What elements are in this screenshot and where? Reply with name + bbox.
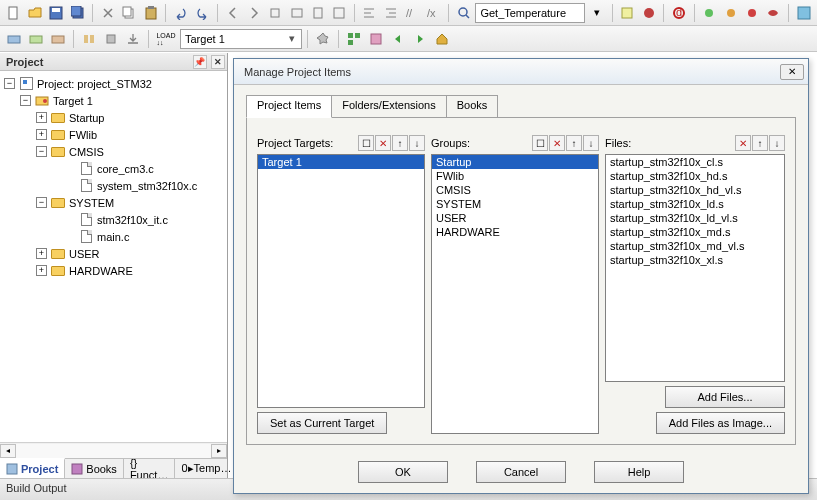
groups-listbox[interactable]: StartupFWlibCMSISSYSTEMUSERHARDWARE <box>431 154 599 434</box>
list-item[interactable]: USER <box>432 211 598 225</box>
tree-target[interactable]: − Target 1 <box>2 92 225 109</box>
tab-folders-extensions[interactable]: Folders/Extensions <box>331 95 447 117</box>
list-item[interactable]: startup_stm32f10x_hd_vl.s <box>606 183 784 197</box>
goto-next-button[interactable] <box>244 3 263 23</box>
scroll-left-button[interactable]: ◂ <box>0 444 16 458</box>
redo-button[interactable] <box>193 3 212 23</box>
panel-close-button[interactable]: ✕ <box>211 55 225 69</box>
indent-left-button[interactable] <box>360 3 379 23</box>
expander-icon[interactable]: + <box>36 248 47 259</box>
delete-target-button[interactable]: ✕ <box>375 135 391 151</box>
tree-group[interactable]: +HARDWARE <box>2 262 225 279</box>
config2-button[interactable] <box>721 3 740 23</box>
expander-icon[interactable]: + <box>36 265 47 276</box>
set-current-target-button[interactable]: Set as Current Target <box>257 412 387 434</box>
copy-button[interactable] <box>120 3 139 23</box>
find-button[interactable] <box>454 3 473 23</box>
tree-group[interactable]: −CMSIS <box>2 143 225 160</box>
move-target-up-button[interactable]: ↑ <box>392 135 408 151</box>
list-item[interactable]: Target 1 <box>258 155 424 169</box>
nav-home-button[interactable] <box>432 29 452 49</box>
list-item[interactable]: startup_stm32f10x_md_vl.s <box>606 239 784 253</box>
list-item[interactable]: startup_stm32f10x_md.s <box>606 225 784 239</box>
bookmark4-button[interactable] <box>330 3 349 23</box>
move-file-down-button[interactable]: ↓ <box>769 135 785 151</box>
tree-group[interactable]: −SYSTEM <box>2 194 225 211</box>
tree-file[interactable]: system_stm32f10x.c <box>2 177 225 194</box>
files-listbox[interactable]: startup_stm32f10x_cl.sstartup_stm32f10x_… <box>605 154 785 382</box>
nav-right-button[interactable] <box>410 29 430 49</box>
save-button[interactable] <box>47 3 66 23</box>
list-item[interactable]: CMSIS <box>432 183 598 197</box>
expander-icon[interactable]: − <box>36 197 47 208</box>
tree-group[interactable]: +FWlib <box>2 126 225 143</box>
scroll-right-button[interactable]: ▸ <box>211 444 227 458</box>
rebuild-button[interactable] <box>48 29 68 49</box>
tab-project[interactable]: Project <box>0 458 65 478</box>
tree-group[interactable]: +USER <box>2 245 225 262</box>
expander-icon[interactable]: + <box>36 129 47 140</box>
bookmark3-button[interactable] <box>308 3 327 23</box>
target-select[interactable]: Target 1 ▾ <box>180 29 302 49</box>
project-tree[interactable]: − Project: project_STM32 − Target 1 +Sta… <box>0 71 227 442</box>
new-file-button[interactable] <box>4 3 23 23</box>
move-file-up-button[interactable]: ↑ <box>752 135 768 151</box>
save-all-button[interactable] <box>68 3 87 23</box>
nav-left-button[interactable] <box>388 29 408 49</box>
undo-button[interactable] <box>171 3 190 23</box>
tab-books[interactable]: Books <box>65 459 124 478</box>
delete-file-button[interactable]: ✕ <box>735 135 751 151</box>
bookmark-button[interactable] <box>266 3 285 23</box>
indent-right-button[interactable] <box>381 3 400 23</box>
tree-root[interactable]: − Project: project_STM32 <box>2 75 225 92</box>
tab-project-items[interactable]: Project Items <box>246 95 332 118</box>
scroll-track[interactable] <box>16 444 211 458</box>
paste-button[interactable] <box>141 3 160 23</box>
manage-books-button[interactable] <box>366 29 386 49</box>
load-button[interactable]: LOAD↓↓ <box>154 29 178 49</box>
find-input[interactable]: Get_Temperature <box>475 3 585 23</box>
uncomment-button[interactable]: /x <box>424 3 443 23</box>
stop-build-button[interactable] <box>101 29 121 49</box>
window-button[interactable] <box>794 3 813 23</box>
list-item[interactable]: SYSTEM <box>432 197 598 211</box>
move-target-down-button[interactable]: ↓ <box>409 135 425 151</box>
add-files-image-button[interactable]: Add Files as Image... <box>656 412 785 434</box>
cancel-button[interactable]: Cancel <box>476 461 566 483</box>
comment-button[interactable]: // <box>402 3 421 23</box>
build-button[interactable] <box>26 29 46 49</box>
tab-templates[interactable]: 0▸Temp… <box>175 459 238 478</box>
batch-build-button[interactable] <box>79 29 99 49</box>
goto-prev-button[interactable] <box>223 3 242 23</box>
options-button[interactable] <box>313 29 333 49</box>
tab-books[interactable]: Books <box>446 95 499 117</box>
move-group-down-button[interactable]: ↓ <box>583 135 599 151</box>
translate-button[interactable] <box>4 29 24 49</box>
tree-file[interactable]: stm32f10x_it.c <box>2 211 225 228</box>
targets-listbox[interactable]: Target 1 <box>257 154 425 408</box>
download-button[interactable] <box>123 29 143 49</box>
panel-pin-button[interactable]: 📌 <box>193 55 207 69</box>
config4-button[interactable] <box>764 3 783 23</box>
project-tree-hscroll[interactable]: ◂ ▸ <box>0 442 227 458</box>
tree-file[interactable]: main.c <box>2 228 225 245</box>
config1-button[interactable] <box>700 3 719 23</box>
debug-button[interactable] <box>618 3 637 23</box>
delete-group-button[interactable]: ✕ <box>549 135 565 151</box>
move-group-up-button[interactable]: ↑ <box>566 135 582 151</box>
breakpoint-button[interactable] <box>639 3 658 23</box>
tree-group[interactable]: +Startup <box>2 109 225 126</box>
cut-button[interactable] <box>98 3 117 23</box>
expander-icon[interactable]: − <box>36 146 47 157</box>
list-item[interactable]: startup_stm32f10x_cl.s <box>606 155 784 169</box>
analyze-button[interactable]: d <box>669 3 688 23</box>
ok-button[interactable]: OK <box>358 461 448 483</box>
add-files-button[interactable]: Add Files... <box>665 386 785 408</box>
list-item[interactable]: FWlib <box>432 169 598 183</box>
dialog-close-button[interactable]: ✕ <box>780 64 804 80</box>
list-item[interactable]: startup_stm32f10x_hd.s <box>606 169 784 183</box>
list-item[interactable]: startup_stm32f10x_xl.s <box>606 253 784 267</box>
help-button[interactable]: Help <box>594 461 684 483</box>
new-group-button[interactable]: ☐ <box>532 135 548 151</box>
list-item[interactable]: startup_stm32f10x_ld.s <box>606 197 784 211</box>
